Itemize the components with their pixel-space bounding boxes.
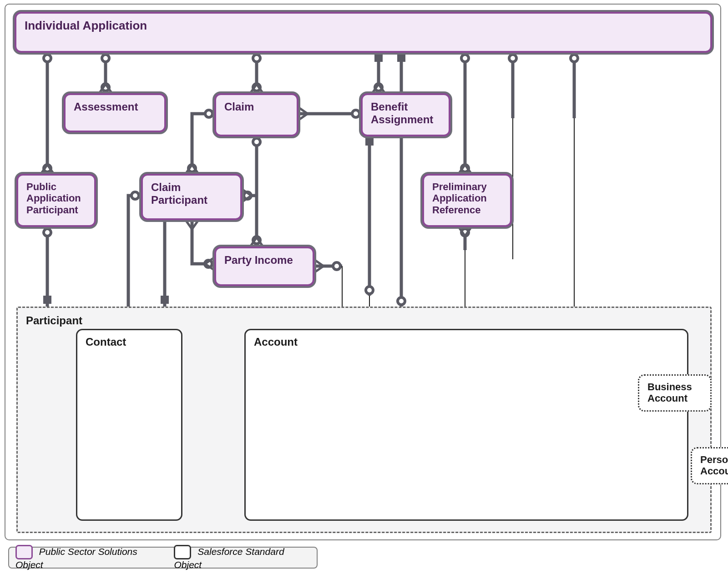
- svg-point-41: [366, 287, 373, 294]
- node-label: Individual Application: [25, 19, 147, 32]
- svg-point-16: [461, 55, 469, 62]
- pss-swatch-icon: [15, 545, 33, 559]
- legend-item-pss: Public Sector Solutions Object: [15, 545, 163, 570]
- node-label: Preliminary Application Reference: [432, 181, 487, 216]
- svg-rect-36: [43, 296, 51, 304]
- svg-point-35: [44, 229, 51, 236]
- svg-point-30: [244, 192, 251, 199]
- svg-point-7: [253, 55, 260, 62]
- node-label: Public Application Participant: [26, 181, 81, 216]
- svg-point-21: [571, 55, 578, 62]
- node-label: Claim Participant: [151, 181, 207, 206]
- svg-rect-42: [365, 137, 374, 146]
- svg-point-23: [352, 110, 359, 117]
- svg-rect-32: [161, 296, 169, 304]
- node-individual-application: Individual Application: [15, 12, 712, 53]
- svg-point-14: [398, 297, 405, 305]
- node-person-account: Person Account: [691, 447, 728, 484]
- node-account: Account Business Account Person Account: [244, 329, 688, 521]
- node-claim-participant: Claim Participant: [141, 174, 242, 220]
- group-title: Participant: [18, 308, 710, 327]
- legend-item-std: Salesforce Standard Object: [174, 545, 310, 570]
- node-assessment: Assessment: [64, 93, 166, 132]
- svg-point-24: [205, 110, 212, 117]
- svg-point-31: [205, 260, 212, 267]
- svg-point-2: [44, 165, 51, 172]
- node-party-income: Party Income: [214, 247, 314, 286]
- svg-rect-13: [397, 54, 405, 62]
- svg-point-19: [509, 55, 516, 62]
- svg-point-17: [461, 165, 469, 172]
- node-benefit-assignment: Benefit Assignment: [361, 93, 450, 136]
- svg-point-25: [188, 165, 196, 172]
- svg-point-33: [131, 192, 139, 199]
- node-preliminary-application-reference: Preliminary Application Reference: [422, 174, 512, 227]
- svg-rect-10: [374, 54, 383, 62]
- legend-label: Public Sector Solutions Object: [15, 546, 137, 570]
- node-label: Account: [254, 336, 298, 348]
- node-label: Contact: [86, 336, 126, 348]
- svg-point-11: [375, 84, 382, 91]
- svg-point-28: [253, 237, 260, 244]
- node-label: Business Account: [647, 381, 692, 404]
- svg-point-5: [102, 84, 109, 91]
- svg-point-27: [253, 138, 260, 146]
- svg-point-45: [461, 229, 469, 236]
- svg-point-38: [333, 262, 340, 270]
- group-participant: Participant Contact Account Business Acc…: [16, 307, 712, 533]
- node-business-account: Business Account: [638, 374, 712, 412]
- node-label: Person Account: [700, 454, 728, 477]
- node-label: Assessment: [74, 101, 138, 113]
- std-swatch-icon: [174, 545, 191, 559]
- svg-point-8: [253, 84, 260, 91]
- node-claim: Claim: [214, 93, 298, 136]
- diagram-root: OR Individual Application Assessment Cla…: [0, 0, 728, 579]
- node-public-application-participant: Public Application Participant: [16, 174, 96, 227]
- diagram-frame: OR Individual Application Assessment Cla…: [5, 4, 721, 540]
- node-label: Claim: [224, 101, 254, 113]
- node-label: Benefit Assignment: [371, 101, 433, 126]
- node-label: Party Income: [224, 254, 293, 266]
- node-contact: Contact: [76, 329, 182, 521]
- legend: Public Sector Solutions Object Salesforc…: [8, 547, 318, 569]
- svg-point-1: [44, 55, 51, 62]
- svg-point-4: [102, 55, 109, 62]
